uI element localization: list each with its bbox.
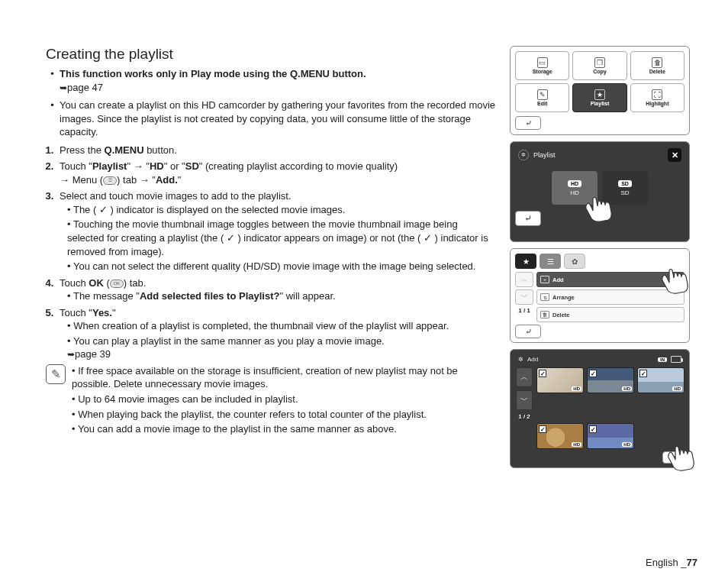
- delete-icon: 🗑: [540, 311, 549, 318]
- note-3: When playing back the playlist, the coun…: [72, 408, 496, 422]
- section-title: Creating the playlist: [46, 46, 496, 63]
- highlight-icon: ⛶: [652, 89, 662, 100]
- page-up-button[interactable]: ︿: [515, 272, 533, 287]
- thumbnail-2[interactable]: ✓HD: [587, 367, 634, 393]
- add-icon: +: [540, 276, 549, 283]
- thumbnail-4[interactable]: ✓HD: [536, 423, 584, 449]
- delete-button[interactable]: 🗑Delete: [630, 51, 685, 80]
- step-3: Select and touch movie images to add to …: [56, 189, 496, 273]
- page-ref-icon: [60, 81, 67, 95]
- playlist-menu-screen: ★ ☰ ✿ ︿ ﹀ 1 / 1 +Add ⇅Arrange 🗑Delete ⤶: [510, 248, 690, 343]
- qmenu-screen: ▭Storage ❐Copy 🗑Delete ✎Edit ★Playlist ⛶…: [510, 46, 690, 135]
- page-down-button[interactable]: ﹀: [515, 289, 533, 305]
- intro-bullet-2: You can create a playlist on this HD cam…: [60, 99, 496, 139]
- add-row[interactable]: +Add: [536, 272, 685, 287]
- screen-title: Playlist: [533, 151, 556, 159]
- thumbnail-3[interactable]: ✓HD: [637, 367, 685, 393]
- playlist-quality-screen: ✲ Playlist ✕ HDHD SDSD ⤶: [510, 141, 690, 242]
- ok-tab-icon: OK: [110, 280, 124, 288]
- step-3-sub-2: Touching the movie thumbnail image toggl…: [67, 218, 496, 258]
- sd-button[interactable]: SDSD: [602, 171, 648, 205]
- step-1: Press the Q.MENU button.: [56, 144, 496, 157]
- trash-icon: 🗑: [652, 57, 662, 68]
- check-icon: ✓: [539, 370, 546, 377]
- page-indicator: 1 / 1: [518, 307, 530, 314]
- storage-icon: ▭: [537, 57, 548, 68]
- copy-icon: ❐: [594, 57, 605, 68]
- page-footer: English _77: [646, 557, 697, 568]
- note-icon: ✎: [46, 364, 66, 384]
- step-3-sub-1: The ( ✓ ) indicator is displayed on the …: [67, 203, 496, 217]
- pencil-icon: ✎: [537, 89, 548, 100]
- edit-button[interactable]: ✎Edit: [515, 83, 569, 112]
- note-2: Up to 64 movie images can be included in…: [72, 393, 496, 406]
- delete-row[interactable]: 🗑Delete: [536, 307, 685, 322]
- hd-button[interactable]: HDHD: [552, 171, 598, 205]
- copy-button[interactable]: ❐Copy: [572, 51, 627, 80]
- thumbnail-1[interactable]: ✓HD: [536, 367, 584, 393]
- ok-button[interactable]: OK: [662, 451, 685, 464]
- back-button[interactable]: ⤶: [515, 325, 541, 338]
- intro-bullet-1: This function works only in Play mode us…: [60, 67, 496, 94]
- settings-tab[interactable]: ✿: [564, 254, 585, 269]
- list-tab[interactable]: ☰: [540, 254, 561, 269]
- note-1: If free space available on the storage i…: [72, 364, 496, 391]
- thumbnail-5[interactable]: ✓HD: [587, 423, 634, 449]
- step-5-sub-2: You can play a playlist in the same mann…: [67, 335, 496, 361]
- playlist-tab[interactable]: ★: [515, 254, 536, 269]
- film-icon: ✲: [518, 356, 523, 363]
- menu-tab-icon: ☰: [103, 176, 117, 185]
- step-2: Touch "Playlist" → "HD" or "SD" (creatin…: [56, 160, 496, 186]
- step-5-sub-1: When creation of a playlist is completed…: [67, 319, 496, 333]
- page-up-button[interactable]: ︿: [516, 367, 533, 387]
- add-thumbnails-screen: ✲ Add IN ︿ ﹀ 1 / 2 ✓HD ✓HD ✓HD ✓HD: [510, 349, 690, 468]
- arrange-icon: ⇅: [540, 293, 549, 301]
- note-4: You can add a movie image to the playlis…: [72, 422, 496, 436]
- check-icon: ✓: [539, 425, 546, 433]
- step-5: Touch "Yes." When creation of a playlist…: [56, 306, 496, 361]
- page-ref-icon: [67, 347, 75, 361]
- close-button[interactable]: ✕: [668, 148, 681, 162]
- film-icon: ✲: [518, 150, 529, 160]
- page-indicator: 1 / 2: [518, 413, 530, 420]
- storage-in-chip: IN: [658, 357, 667, 362]
- page-down-button[interactable]: ﹀: [516, 390, 533, 410]
- check-icon: ✓: [589, 425, 597, 433]
- back-button[interactable]: ⤶: [515, 116, 541, 130]
- back-button[interactable]: ⤶: [515, 211, 541, 226]
- highlight-button[interactable]: ⛶Highlight: [630, 83, 685, 112]
- arrange-row[interactable]: ⇅Arrange: [536, 289, 685, 305]
- playlist-button[interactable]: ★Playlist: [572, 83, 627, 112]
- check-icon: ✓: [639, 370, 647, 377]
- step-4-sub-1: The message "Add selected files to Playl…: [67, 289, 496, 303]
- playlist-icon: ★: [594, 89, 605, 100]
- check-icon: ✓: [589, 370, 597, 377]
- battery-icon: [671, 356, 681, 363]
- screen-title: Add: [527, 356, 538, 363]
- storage-button[interactable]: ▭Storage: [515, 51, 569, 80]
- step-4: Touch OK (OK) tab. The message "Add sele…: [56, 276, 496, 303]
- step-3-sub-3: You can not select the different quality…: [67, 260, 496, 273]
